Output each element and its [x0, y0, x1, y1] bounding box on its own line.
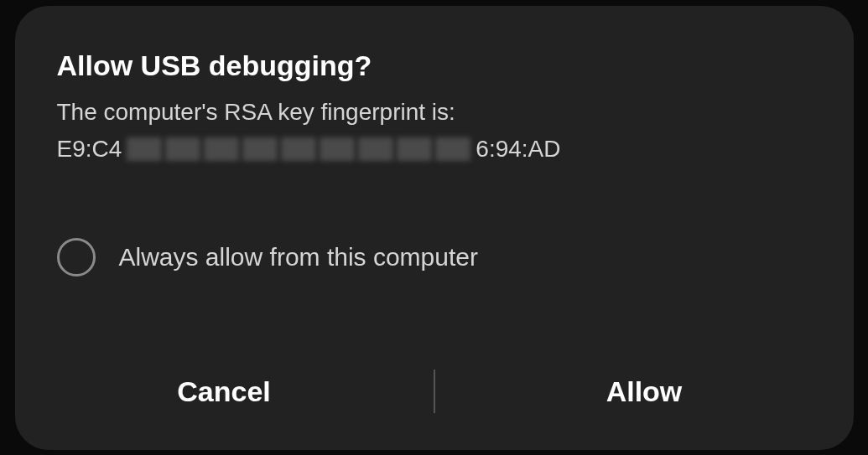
dialog-subtitle: The computer's RSA key fingerprint is: [57, 99, 812, 126]
fingerprint-obscured [127, 137, 470, 161]
obscured-block [204, 137, 239, 161]
obscured-block [281, 137, 316, 161]
obscured-block [127, 137, 162, 161]
obscured-block [165, 137, 200, 161]
allow-button[interactable]: Allow [435, 367, 854, 416]
always-allow-row[interactable]: Always allow from this computer [57, 238, 812, 277]
cancel-button[interactable]: Cancel [15, 367, 434, 416]
fingerprint-value: E9:C4 6:94:AD [57, 136, 812, 163]
dialog-buttons: Cancel Allow [15, 367, 854, 416]
obscured-block [397, 137, 432, 161]
obscured-block [435, 137, 470, 161]
fingerprint-end: 6:94:AD [476, 136, 560, 163]
obscured-block [358, 137, 393, 161]
dialog-title: Allow USB debugging? [57, 49, 812, 82]
usb-debugging-dialog: Allow USB debugging? The computer's RSA … [15, 6, 854, 450]
obscured-block [242, 137, 278, 161]
fingerprint-start: E9:C4 [57, 136, 122, 163]
always-allow-checkbox[interactable] [57, 238, 96, 277]
always-allow-label: Always allow from this computer [119, 243, 478, 271]
obscured-block [320, 137, 355, 161]
